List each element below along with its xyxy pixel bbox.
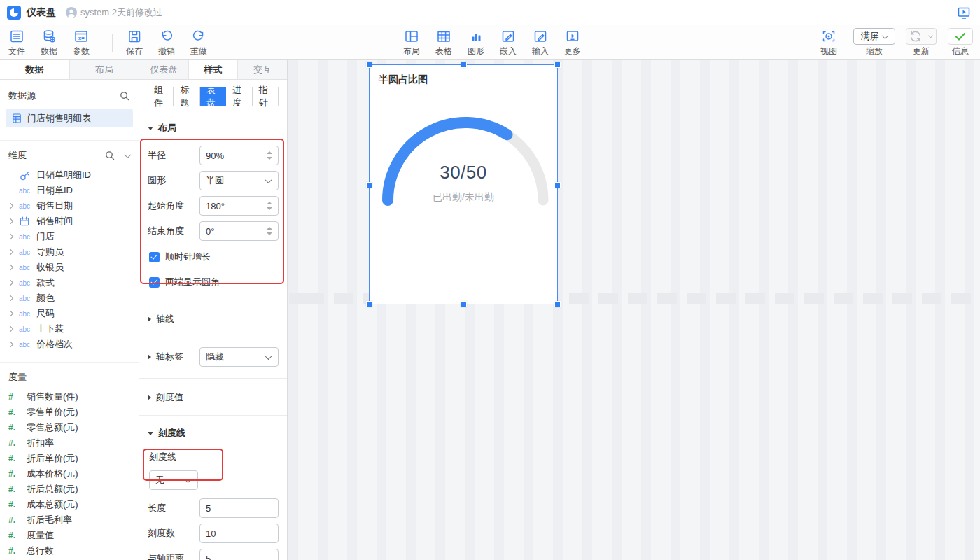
- panel-tab[interactable]: 仪表盘: [139, 60, 189, 79]
- length-input[interactable]: 5: [200, 498, 279, 518]
- expand-chevron-icon[interactable]: [8, 342, 13, 347]
- search-icon[interactable]: [119, 90, 130, 102]
- info-button[interactable]: [948, 28, 973, 45]
- resize-handle-e[interactable]: [554, 182, 561, 188]
- measure-item[interactable]: #. 折后总额(元): [0, 482, 139, 497]
- expand-chevron-icon[interactable]: [8, 218, 13, 224]
- dimension-item[interactable]: abc 颜色: [0, 290, 139, 306]
- clockwise-checkbox[interactable]: [149, 252, 160, 262]
- toolbar-divider: [112, 34, 113, 52]
- resize-handle-s[interactable]: [461, 301, 467, 307]
- tick-value-section-header[interactable]: 刻度值: [139, 391, 287, 404]
- toolbar-button[interactable]: 更多: [557, 28, 588, 57]
- axis-distance-input[interactable]: 5: [200, 549, 279, 560]
- expand-chevron-icon[interactable]: [8, 311, 13, 316]
- measure-item[interactable]: #. 折后毛利率: [0, 512, 139, 528]
- style-subtab[interactable]: 表盘: [200, 87, 226, 106]
- tick-line-type-select[interactable]: 无: [149, 470, 198, 490]
- measure-item[interactable]: #. 总行数: [0, 543, 139, 559]
- style-subtab[interactable]: 标题: [174, 87, 200, 106]
- measure-item[interactable]: #. 折扣率: [0, 435, 139, 451]
- measure-item[interactable]: #. 成本价格(元): [0, 466, 139, 482]
- dimension-item[interactable]: 销售时间: [0, 214, 139, 229]
- tick-line-section-header[interactable]: 刻度线: [139, 427, 287, 440]
- measure-item[interactable]: #. 成本总额(元): [0, 497, 139, 512]
- toolbar-button[interactable]: 撤销: [151, 28, 182, 57]
- hash-dot-icon: #.: [8, 484, 22, 494]
- expand-chevron-icon[interactable]: [8, 203, 13, 209]
- resize-handle-w[interactable]: [366, 182, 372, 188]
- dimension-item[interactable]: abc 门店: [0, 229, 139, 244]
- search-icon[interactable]: [104, 150, 115, 161]
- dimension-item[interactable]: abc 价格档次: [0, 337, 139, 352]
- axis-label-section-header[interactable]: 轴标签: [148, 351, 200, 363]
- abc-icon: abc: [17, 341, 32, 349]
- sidebar-tab[interactable]: 布局: [70, 60, 139, 79]
- resize-handle-se[interactable]: [554, 301, 561, 307]
- dataset-item[interactable]: 门店销售明细表: [6, 109, 133, 127]
- expand-chevron-icon[interactable]: [8, 234, 13, 239]
- style-subtab[interactable]: 组件: [148, 87, 174, 106]
- toolbar-button[interactable]: 保存: [119, 28, 150, 57]
- dimension-item[interactable]: abc 销售日期: [0, 198, 139, 214]
- resize-handle-nw[interactable]: [366, 62, 372, 68]
- expand-chevron-icon[interactable]: [8, 265, 13, 270]
- present-button[interactable]: [955, 6, 973, 20]
- tick-count-label: 刻度数: [148, 527, 200, 540]
- toolbar-button[interactable]: 文件: [1, 28, 32, 57]
- dimension-item[interactable]: abc 日销单ID: [0, 183, 139, 198]
- expand-chevron-icon[interactable]: [8, 326, 13, 332]
- gauge-widget[interactable]: 半圆占比图 30/50 已出勤/未出勤: [369, 64, 558, 304]
- toolbar-button[interactable]: 嵌入: [493, 28, 524, 57]
- resize-handle-ne[interactable]: [554, 62, 561, 68]
- resize-handle-n[interactable]: [461, 62, 467, 68]
- toolbar-button[interactable]: 图形: [461, 28, 491, 57]
- dimension-item[interactable]: abc 上下装: [0, 321, 139, 337]
- hash-dot-icon: #.: [8, 515, 22, 525]
- shape-select[interactable]: 半圆: [200, 171, 279, 190]
- expand-chevron-icon[interactable]: [8, 295, 13, 301]
- tick-count-input[interactable]: 10: [200, 524, 279, 543]
- toolbar-button[interactable]: 重做: [183, 28, 214, 57]
- chevron-down-icon[interactable]: [125, 151, 132, 158]
- refresh-button[interactable]: [906, 28, 925, 45]
- resize-handle-sw[interactable]: [366, 301, 372, 307]
- panel-tab[interactable]: 样式: [189, 60, 239, 79]
- sidebar-tab[interactable]: 数据: [0, 60, 70, 79]
- axis-label-select[interactable]: 隐藏: [200, 347, 279, 367]
- rounded-ends-checkbox[interactable]: [149, 277, 160, 288]
- dimension-item[interactable]: abc 收银员: [0, 260, 139, 275]
- dashboard-canvas[interactable]: 半圆占比图 30/50 已出勤/未出勤: [288, 60, 980, 560]
- toolbar-button[interactable]: 布局: [396, 28, 427, 57]
- start-angle-input[interactable]: 180°: [200, 196, 279, 216]
- measure-item[interactable]: # 销售数量(件): [0, 389, 139, 405]
- expand-chevron-icon[interactable]: [8, 280, 13, 286]
- axis-section-header[interactable]: 轴线: [139, 313, 287, 326]
- layout-section-header[interactable]: 布局: [139, 122, 287, 134]
- measure-item[interactable]: #. 零售单价(元): [0, 405, 139, 420]
- radius-input[interactable]: 90%: [200, 146, 279, 165]
- abc-icon: abc: [17, 187, 32, 195]
- end-angle-input[interactable]: 0°: [200, 221, 279, 241]
- panel-tab[interactable]: 交互: [238, 60, 287, 79]
- measure-item[interactable]: #. 零售总额(元): [0, 420, 139, 435]
- avatar: [66, 7, 77, 18]
- expand-chevron-icon[interactable]: [8, 249, 13, 255]
- zoom-select[interactable]: 满屏: [853, 28, 895, 45]
- toolbar-button[interactable]: 表格: [428, 28, 459, 57]
- view-button[interactable]: 视图: [813, 28, 844, 57]
- dimension-item[interactable]: 日销单明细ID: [0, 167, 139, 183]
- dimension-item[interactable]: abc 款式: [0, 275, 139, 290]
- style-subtab[interactable]: 指针: [253, 87, 279, 106]
- toolbar-button[interactable]: x=参数: [66, 28, 97, 57]
- refresh-dropdown-button[interactable]: [925, 28, 937, 45]
- toolbar-button[interactable]: 输入: [525, 28, 556, 57]
- measure-item[interactable]: #. 折后单价(元): [0, 451, 139, 466]
- toolbar-button[interactable]: 数据: [34, 28, 64, 57]
- abc-icon: abc: [17, 202, 32, 210]
- style-subtab[interactable]: 进度: [226, 87, 252, 106]
- dimension-item[interactable]: abc 尺码: [0, 306, 139, 321]
- measure-item[interactable]: #. 度量值: [0, 528, 139, 543]
- expand-icon: [148, 395, 151, 400]
- dimension-item[interactable]: abc 导购员: [0, 244, 139, 260]
